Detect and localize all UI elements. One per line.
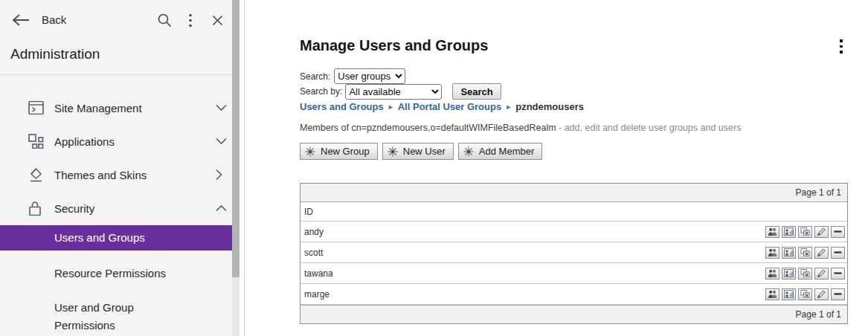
breadcrumb-separator-icon: ▸ — [389, 103, 393, 111]
sidebar-item-resource-permissions[interactable]: Resource Permissions — [0, 262, 232, 285]
themes-and-skins-icon — [28, 167, 44, 182]
sidebar-item-label: Security — [54, 202, 94, 215]
close-icon[interactable] — [212, 15, 223, 26]
sidebar-subitem-label: Users and Groups — [54, 229, 145, 247]
members-description: Members of cn=pzndemousers,o=defaultWIMF… — [300, 123, 741, 133]
members-description-primary: Members of cn=pzndemousers,o=defaultWIMF… — [300, 123, 556, 133]
back-button[interactable]: Back — [12, 13, 66, 26]
sidebar-item-user-and-group-permissions[interactable]: User and Group Permissions — [0, 296, 232, 335]
view-members-icon[interactable] — [765, 226, 779, 238]
portlet-menu-icon[interactable] — [836, 39, 846, 57]
sidebar-item-users-and-groups[interactable]: Users and Groups — [0, 225, 232, 251]
back-label: Back — [42, 13, 66, 26]
breadcrumb-current: pzndemousers — [515, 101, 584, 112]
sidebar-scrollbar-thumb[interactable] — [232, 0, 239, 277]
edit-icon[interactable] — [814, 288, 829, 300]
sidebar-divider — [0, 74, 232, 75]
view-members-icon[interactable] — [765, 288, 779, 300]
view-membership-icon[interactable] — [782, 268, 796, 280]
column-header-id: ID — [300, 202, 847, 222]
breadcrumb-link-all-portal-user-groups[interactable]: All Portal User Groups — [398, 101, 501, 112]
view-membership-icon[interactable] — [782, 247, 796, 259]
new-sparkle-icon — [463, 146, 474, 157]
new-user-label: New User — [403, 146, 446, 157]
user-id: tawana — [304, 268, 333, 279]
pagination-top: Page 1 of 1 — [300, 184, 847, 202]
edit-icon[interactable] — [814, 226, 829, 238]
assign-access-icon[interactable] — [798, 288, 812, 300]
sidebar-scrollbar[interactable] — [232, 0, 239, 336]
admin-sidebar: Back Administration Site Management — [0, 0, 232, 336]
breadcrumb: Users and Groups ▸ All Portal User Group… — [300, 101, 584, 112]
chevron-up-icon — [216, 205, 227, 212]
sidebar-item-security[interactable]: Security — [0, 193, 232, 223]
breadcrumb-link-users-and-groups[interactable]: Users and Groups — [300, 101, 384, 112]
new-sparkle-icon — [305, 146, 315, 157]
new-group-label: New Group — [321, 146, 370, 157]
pagination-bottom: Page 1 of 1 — [300, 305, 847, 323]
chevron-down-icon — [216, 105, 227, 112]
chevron-right-icon — [216, 169, 222, 181]
sidebar-item-themes-and-skins[interactable]: Themes and Skins — [0, 160, 232, 190]
search-button[interactable]: Search — [452, 83, 501, 100]
new-user-button[interactable]: New User — [382, 143, 454, 160]
security-icon — [28, 201, 42, 216]
sidebar-subitem-label: Resource Permissions — [54, 265, 166, 282]
app-window: Back Administration Site Management — [0, 0, 868, 336]
sidebar-item-label: Applications — [54, 135, 115, 148]
add-member-button[interactable]: Add Member — [458, 143, 542, 160]
edit-icon[interactable] — [814, 247, 829, 259]
page-title: Manage Users and Groups — [300, 37, 488, 54]
edit-icon[interactable] — [814, 268, 829, 280]
remove-icon[interactable] — [831, 268, 845, 280]
sidebar-item-label: Site Management — [54, 102, 142, 114]
search-by-select[interactable]: All available — [345, 84, 442, 100]
user-id: scott — [304, 248, 323, 258]
view-membership-icon[interactable] — [782, 288, 796, 300]
view-members-icon[interactable] — [765, 268, 779, 280]
main-content: Manage Users and Groups Search: User gro… — [245, 0, 868, 336]
row-actions — [765, 247, 845, 259]
row-actions — [765, 288, 845, 300]
assign-access-icon[interactable] — [798, 247, 812, 259]
view-members-icon[interactable] — [765, 247, 779, 259]
table-row: scott — [300, 242, 847, 263]
search-label: Search: — [300, 71, 330, 82]
chevron-down-icon — [216, 138, 227, 145]
row-actions — [765, 268, 845, 280]
remove-icon[interactable] — [831, 288, 845, 300]
table-row: marge — [300, 284, 847, 305]
sidebar-item-label: Themes and Skins — [54, 169, 147, 181]
applications-icon — [28, 134, 44, 149]
search-icon[interactable] — [157, 13, 172, 28]
row-actions — [765, 226, 845, 238]
user-id: andy — [304, 227, 324, 237]
breadcrumb-separator-icon: ▸ — [507, 103, 510, 111]
members-table: Page 1 of 1 ID andy scott — [300, 183, 848, 324]
assign-access-icon[interactable] — [798, 268, 812, 280]
assign-access-icon[interactable] — [798, 226, 812, 238]
sidebar-item-site-management[interactable]: Site Management — [0, 93, 232, 123]
search-by-label: Search by: — [300, 86, 342, 97]
sidebar-subitem-label: User and Group Permissions — [54, 299, 188, 335]
kebab-menu-icon[interactable] — [188, 13, 193, 28]
table-row: andy — [300, 222, 847, 242]
sidebar-title: Administration — [10, 46, 100, 62]
site-management-icon — [28, 101, 44, 115]
add-member-label: Add Member — [479, 146, 534, 157]
new-sparkle-icon — [388, 146, 398, 157]
back-arrow-icon — [12, 14, 30, 26]
members-description-secondary: - add, edit and delete user groups and u… — [556, 123, 742, 133]
toolbar: New Group New User Add Member — [300, 143, 542, 160]
search-type-select[interactable]: User groups — [334, 68, 405, 84]
remove-icon[interactable] — [831, 247, 845, 259]
remove-icon[interactable] — [831, 226, 845, 238]
sidebar-item-applications[interactable]: Applications — [0, 126, 232, 156]
view-membership-icon[interactable] — [782, 226, 796, 238]
user-id: marge — [304, 289, 329, 300]
new-group-button[interactable]: New Group — [300, 143, 378, 160]
table-row: tawana — [300, 263, 847, 284]
